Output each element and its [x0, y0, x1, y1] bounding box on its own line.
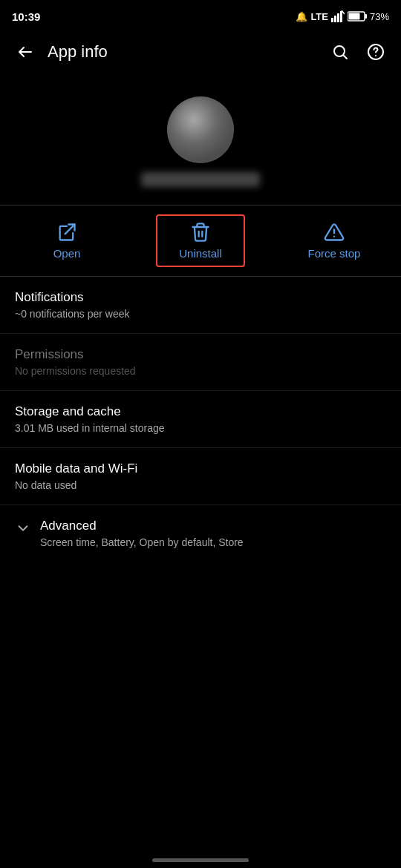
back-button[interactable]: [9, 36, 42, 68]
notifications-title: Notifications: [15, 290, 386, 305]
svg-rect-3: [340, 11, 342, 22]
advanced-title: Advanced: [40, 519, 244, 533]
storage-subtitle: 3.01 MB used in internal storage: [15, 422, 386, 434]
storage-title: Storage and cache: [15, 404, 386, 419]
force-stop-icon: [324, 222, 345, 243]
app-icon: [167, 96, 234, 163]
help-button[interactable]: [359, 36, 392, 68]
app-icon-area: [0, 74, 401, 205]
status-time: 10:39: [12, 10, 40, 23]
bottom-bar: [0, 841, 401, 868]
settings-list: Notifications ~0 notifications per week …: [0, 277, 401, 562]
uninstall-button[interactable]: Uninstall: [156, 214, 245, 267]
app-header: App info: [0, 30, 401, 74]
mobile-data-subtitle: No data used: [15, 479, 386, 491]
header-actions: [324, 36, 392, 68]
notifications-item[interactable]: Notifications ~0 notifications per week: [0, 277, 401, 334]
uninstall-label: Uninstall: [179, 247, 222, 260]
alarm-icon: 🔔: [296, 11, 307, 22]
svg-point-14: [333, 236, 335, 237]
svg-rect-7: [348, 13, 359, 20]
permissions-title: Permissions: [15, 347, 386, 362]
status-icons: 🔔 LTE 73%: [296, 10, 389, 22]
svg-rect-1: [334, 16, 336, 22]
app-name: [141, 172, 260, 187]
svg-point-10: [375, 55, 376, 56]
advanced-item[interactable]: Advanced Screen time, Battery, Open by d…: [0, 505, 401, 562]
open-button[interactable]: Open: [22, 216, 111, 266]
home-indicator: [152, 858, 249, 862]
permissions-subtitle: No permissions requested: [15, 365, 386, 377]
action-buttons-row: Open Uninstall Force stop: [0, 206, 401, 277]
mobile-data-title: Mobile data and Wi-Fi: [15, 461, 386, 476]
mobile-data-item[interactable]: Mobile data and Wi-Fi No data used: [0, 448, 401, 505]
svg-rect-6: [365, 14, 367, 19]
status-bar: 10:39 🔔 LTE 73%: [0, 0, 401, 30]
force-stop-button[interactable]: Force stop: [290, 216, 379, 266]
signal-icon: [331, 10, 345, 22]
advanced-text: Advanced Screen time, Battery, Open by d…: [40, 519, 244, 548]
open-label: Open: [53, 247, 81, 260]
svg-rect-0: [331, 18, 333, 22]
force-stop-label: Force stop: [308, 247, 361, 260]
lte-label: LTE: [310, 11, 328, 22]
chevron-down-icon: [15, 520, 31, 536]
page-title: App info: [48, 42, 324, 62]
uninstall-icon: [190, 222, 211, 243]
notifications-subtitle: ~0 notifications per week: [15, 308, 386, 320]
battery-icon: [348, 11, 367, 22]
open-icon: [56, 222, 77, 243]
advanced-subtitle: Screen time, Battery, Open by default, S…: [40, 536, 244, 548]
permissions-item[interactable]: Permissions No permissions requested: [0, 334, 401, 391]
storage-cache-item[interactable]: Storage and cache 3.01 MB used in intern…: [0, 391, 401, 448]
battery-percent: 73%: [370, 11, 389, 22]
search-button[interactable]: [324, 36, 356, 68]
svg-rect-2: [337, 13, 339, 22]
